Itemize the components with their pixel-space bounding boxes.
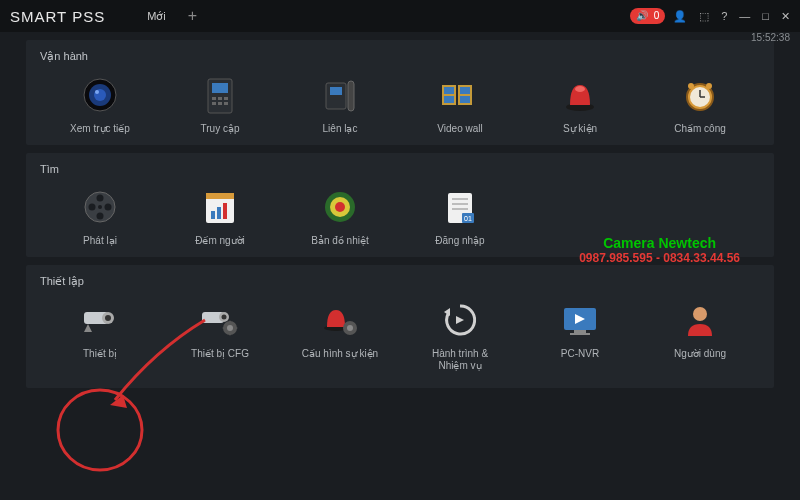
svg-rect-14 (348, 81, 354, 111)
tab-new[interactable]: Mới (145, 6, 168, 27)
item-device[interactable]: Thiết bị (40, 294, 160, 376)
grid-config: Thiết bị Thiết bị CFG Cấu hình sự kiện H… (40, 294, 760, 376)
svg-point-59 (347, 325, 353, 331)
item-heatmap[interactable]: Bản đồ nhiệt (280, 181, 400, 251)
close-button[interactable]: ✕ (777, 10, 794, 23)
svg-point-42 (335, 202, 345, 212)
app-brand: SMART PSS (10, 8, 105, 25)
svg-rect-38 (217, 207, 221, 219)
keypad-icon (198, 73, 242, 117)
item-live-view[interactable]: Xem trực tiếp (40, 69, 160, 139)
alert-pill[interactable]: 🔊 0 (630, 8, 666, 24)
titlebar: SMART PSS Mới + 🔊 0 👤 ⬚ ? — □ ✕ (0, 0, 800, 32)
item-video-wall[interactable]: Video wall (400, 69, 520, 139)
svg-point-33 (89, 204, 96, 211)
item-event[interactable]: Sự kiện (520, 69, 640, 139)
section-operate: Vận hành Xem trực tiếp Truy cập Liên lạc (26, 40, 774, 145)
svg-rect-37 (211, 211, 215, 219)
svg-point-27 (688, 83, 694, 89)
item-attendance[interactable]: Chấm công (640, 69, 760, 139)
svg-point-51 (105, 315, 111, 321)
svg-point-28 (706, 83, 712, 89)
svg-rect-12 (326, 83, 346, 109)
svg-rect-39 (223, 203, 227, 219)
item-device-cfg[interactable]: Thiết bị CFG (160, 294, 280, 376)
item-tour-task[interactable]: Hành trình & Nhiệm vụ (400, 294, 520, 376)
tab-bar: Mới + (145, 3, 199, 29)
svg-point-22 (575, 86, 585, 92)
svg-point-54 (222, 315, 227, 320)
user-icon[interactable]: 👤 (669, 10, 691, 23)
svg-point-3 (95, 90, 99, 94)
section-title-operate: Vận hành (40, 50, 760, 63)
svg-rect-17 (444, 87, 454, 94)
svg-rect-13 (330, 87, 342, 95)
svg-rect-10 (218, 102, 222, 105)
alert-count-icon: 0 (654, 11, 660, 21)
item-people-count[interactable]: Đếm người (160, 181, 280, 251)
svg-rect-9 (212, 102, 216, 105)
phone-icon (318, 73, 362, 117)
clock: 15:52:38 (751, 32, 790, 43)
video-wall-icon (438, 73, 482, 117)
minimize-button[interactable]: — (735, 10, 754, 22)
svg-rect-61 (574, 330, 586, 333)
camera-gear-icon (198, 298, 242, 342)
camera-lens-icon (78, 73, 122, 117)
item-access[interactable]: Truy cập (160, 69, 280, 139)
section-title-config: Thiết lập (40, 275, 760, 288)
alarm-clock-icon (678, 73, 722, 117)
svg-point-30 (97, 195, 104, 202)
svg-rect-11 (224, 102, 228, 105)
siren-gear-icon (318, 298, 362, 342)
svg-point-32 (97, 213, 104, 220)
speaker-icon: 🔊 (636, 11, 648, 21)
svg-point-56 (227, 325, 233, 331)
maximize-button[interactable]: □ (758, 10, 773, 22)
lock-icon[interactable]: ⬚ (695, 10, 713, 23)
item-playback[interactable]: Phát lại (40, 181, 160, 251)
svg-rect-36 (206, 193, 234, 199)
item-pc-nvr[interactable]: PC-NVR (520, 294, 640, 376)
section-config: Thiết lập Thiết bị Thiết bị CFG Cấu hình… (26, 265, 774, 388)
svg-point-34 (98, 205, 102, 209)
svg-point-31 (105, 204, 112, 211)
grid-search: Phát lại Đếm người Bản đồ nhiệt 01 Đăng … (40, 181, 760, 251)
svg-rect-8 (224, 97, 228, 100)
item-event-config[interactable]: Cấu hình sự kiện (280, 294, 400, 376)
help-icon[interactable]: ? (717, 10, 731, 22)
user-icon (678, 298, 722, 342)
heatmap-icon (318, 185, 362, 229)
section-search: Tìm Phát lại Đếm người Bản đồ nhiệt (26, 153, 774, 257)
item-intercom[interactable]: Liên lạc (280, 69, 400, 139)
svg-rect-7 (218, 97, 222, 100)
svg-point-63 (693, 307, 707, 321)
svg-rect-19 (444, 96, 454, 103)
window-controls: 🔊 0 👤 ⬚ ? — □ ✕ (630, 0, 794, 32)
grid-operate: Xem trực tiếp Truy cập Liên lạc Video wa… (40, 69, 760, 139)
svg-rect-6 (212, 97, 216, 100)
log-icon: 01 (438, 185, 482, 229)
item-log[interactable]: 01 Đăng nhập (400, 181, 520, 251)
tab-add[interactable]: + (186, 3, 199, 29)
cycle-icon (438, 298, 482, 342)
monitor-play-icon (558, 298, 602, 342)
section-title-search: Tìm (40, 163, 760, 175)
svg-rect-20 (460, 96, 470, 103)
item-user[interactable]: Người dùng (640, 294, 760, 376)
svg-rect-5 (212, 83, 228, 93)
chart-people-icon (198, 185, 242, 229)
svg-text:01: 01 (464, 215, 472, 222)
film-reel-icon (78, 185, 122, 229)
camera-icon (78, 298, 122, 342)
svg-rect-62 (570, 333, 590, 335)
main-body: Vận hành Xem trực tiếp Truy cập Liên lạc (0, 32, 800, 388)
svg-point-64 (58, 390, 142, 470)
svg-rect-18 (460, 87, 470, 94)
siren-icon (558, 73, 602, 117)
